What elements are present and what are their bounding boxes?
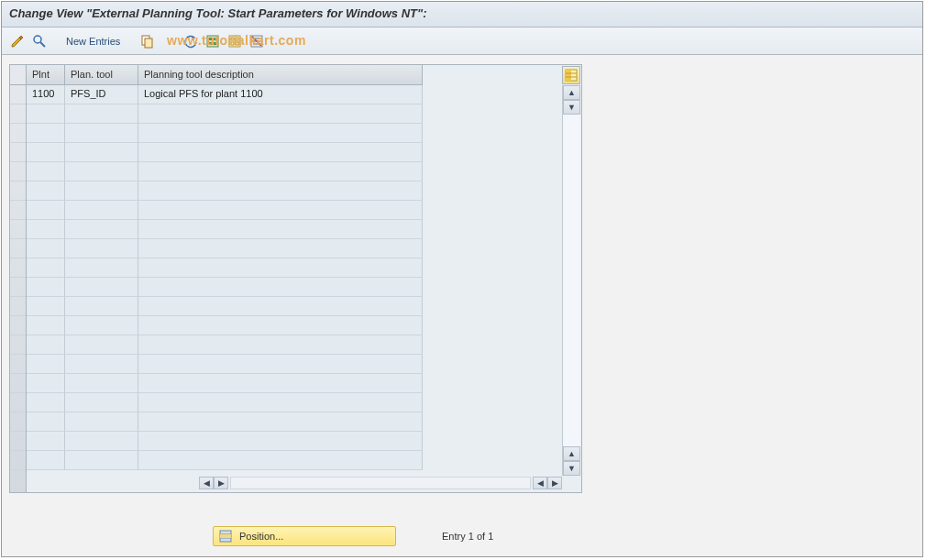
scroll-left-icon[interactable]: ◀	[199, 477, 214, 489]
scroll-down-icon[interactable]: ▼	[563, 461, 580, 476]
row-selector[interactable]	[10, 220, 26, 239]
find-icon[interactable]	[29, 31, 50, 51]
cell-description[interactable]	[138, 297, 423, 316]
column-header-description[interactable]: Planning tool description	[138, 65, 423, 85]
change-display-icon[interactable]	[7, 31, 28, 51]
cell-plnt[interactable]	[27, 239, 65, 258]
scroll-right-icon[interactable]: ▶	[547, 477, 562, 489]
cell-description[interactable]	[138, 143, 423, 162]
cell-plan-tool[interactable]	[65, 181, 138, 201]
row-selector[interactable]	[10, 432, 26, 451]
cell-plan-tool[interactable]	[65, 451, 138, 470]
cell-description[interactable]	[138, 374, 423, 393]
column-header-plnt[interactable]: Plnt	[27, 65, 65, 85]
cell-plan-tool[interactable]	[65, 220, 138, 239]
row-selector[interactable]	[10, 335, 26, 355]
cell-description[interactable]	[138, 220, 423, 239]
copy-icon[interactable]	[137, 31, 157, 51]
cell-description[interactable]	[138, 239, 423, 258]
row-selector[interactable]	[10, 201, 26, 220]
deselect-all-icon[interactable]	[225, 31, 245, 51]
row-selector[interactable]	[10, 104, 26, 124]
cell-description[interactable]	[138, 316, 423, 335]
cell-description[interactable]	[138, 432, 423, 451]
cell-plan-tool[interactable]	[65, 297, 138, 316]
cell-plan-tool[interactable]	[65, 393, 138, 412]
cell-description[interactable]: Logical PFS for plant 1100	[138, 85, 423, 104]
row-selector[interactable]	[10, 143, 26, 162]
cell-plan-tool[interactable]	[65, 258, 138, 278]
cell-plnt[interactable]	[27, 335, 65, 355]
cell-plnt[interactable]: 1100	[27, 85, 65, 104]
select-all-rows[interactable]	[10, 65, 26, 85]
cell-plnt[interactable]	[27, 297, 65, 316]
row-selector[interactable]	[10, 355, 26, 374]
cell-plnt[interactable]	[27, 143, 65, 162]
cell-plnt[interactable]	[27, 162, 65, 181]
table-settings-icon[interactable]	[562, 66, 580, 84]
cell-plan-tool[interactable]	[65, 432, 138, 451]
cell-description[interactable]	[138, 278, 423, 297]
cell-plan-tool[interactable]	[65, 162, 138, 181]
column-header-plan-tool[interactable]: Plan. tool	[65, 65, 138, 85]
cell-plnt[interactable]	[27, 278, 65, 297]
row-selector[interactable]	[10, 316, 26, 335]
horizontal-scrollbar[interactable]: ◀ ▶ ◀ ▶	[43, 476, 562, 490]
scroll-up-icon[interactable]: ▲	[563, 85, 580, 100]
cell-plnt[interactable]	[27, 393, 65, 412]
row-selector[interactable]	[10, 297, 26, 316]
row-selector[interactable]	[10, 278, 26, 297]
cell-description[interactable]	[138, 393, 423, 412]
row-selector[interactable]	[10, 162, 26, 181]
scroll-right-step-icon[interactable]: ▶	[214, 477, 228, 489]
cell-plnt[interactable]	[27, 355, 65, 374]
delete-icon[interactable]	[247, 31, 267, 51]
cell-plnt[interactable]	[27, 124, 65, 143]
row-selector[interactable]	[10, 451, 26, 470]
cell-plan-tool[interactable]	[65, 278, 138, 297]
cell-plan-tool[interactable]	[65, 374, 138, 393]
cell-plan-tool[interactable]	[65, 316, 138, 335]
cell-plnt[interactable]	[27, 432, 65, 451]
row-selector[interactable]	[10, 374, 26, 393]
cell-description[interactable]	[138, 258, 423, 278]
cell-plan-tool[interactable]	[65, 143, 138, 162]
cell-description[interactable]	[138, 181, 423, 201]
cell-description[interactable]	[138, 355, 423, 374]
cell-description[interactable]	[138, 451, 423, 470]
cell-plnt[interactable]	[27, 412, 65, 432]
row-selector[interactable]	[10, 258, 26, 278]
cell-description[interactable]	[138, 201, 423, 220]
row-selector[interactable]	[10, 85, 26, 104]
cell-plan-tool[interactable]	[65, 201, 138, 220]
cell-description[interactable]	[138, 335, 423, 355]
scroll-down-step-icon[interactable]: ▼	[563, 100, 580, 115]
row-selector[interactable]	[10, 124, 26, 143]
cell-plan-tool[interactable]: PFS_ID	[65, 85, 138, 104]
vertical-scrollbar[interactable]: ▲ ▼ ▲ ▼	[562, 85, 580, 476]
cell-plnt[interactable]	[27, 451, 65, 470]
cell-plan-tool[interactable]	[65, 124, 138, 143]
cell-plnt[interactable]	[27, 181, 65, 201]
cell-plnt[interactable]	[27, 258, 65, 278]
cell-plan-tool[interactable]	[65, 412, 138, 432]
row-selector[interactable]	[10, 181, 26, 201]
cell-plnt[interactable]	[27, 104, 65, 124]
scroll-up-step-icon[interactable]: ▲	[563, 446, 580, 461]
cell-description[interactable]	[138, 162, 423, 181]
undo-icon[interactable]	[181, 31, 201, 51]
cell-description[interactable]	[138, 104, 423, 124]
cell-plnt[interactable]	[27, 316, 65, 335]
row-selector[interactable]	[10, 239, 26, 258]
cell-description[interactable]	[138, 412, 423, 432]
row-selector[interactable]	[10, 393, 26, 412]
cell-plan-tool[interactable]	[65, 335, 138, 355]
cell-plan-tool[interactable]	[65, 239, 138, 258]
position-button[interactable]: Position...	[213, 526, 396, 546]
scroll-left-step-icon[interactable]: ◀	[533, 477, 547, 489]
new-entries-button[interactable]: New Entries	[61, 31, 126, 51]
cell-description[interactable]	[138, 124, 423, 143]
row-selector[interactable]	[10, 412, 26, 432]
select-all-icon[interactable]	[203, 31, 223, 51]
cell-plnt[interactable]	[27, 201, 65, 220]
